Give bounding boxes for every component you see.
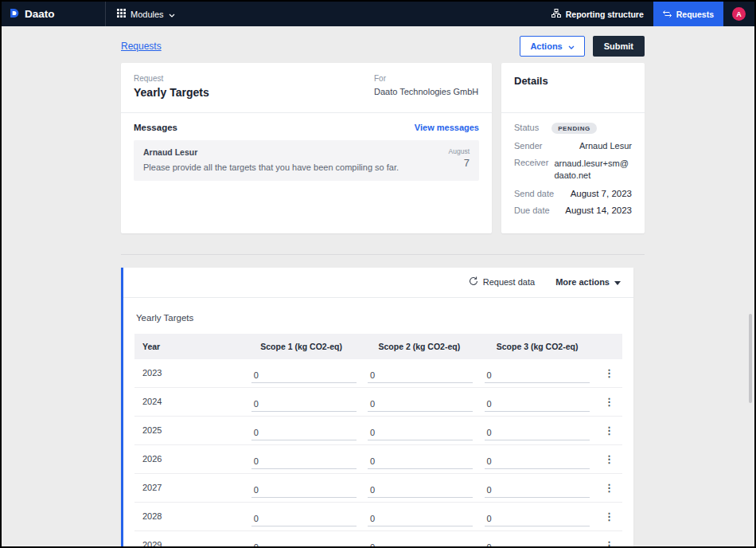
scope3-input[interactable]: 0 — [485, 541, 590, 546]
request-header: Request Yearly Targets For Daato Technol… — [121, 63, 492, 112]
scope3-input[interactable]: 0 — [485, 455, 590, 469]
caret-down-icon — [614, 277, 621, 287]
row-actions-cell: ⋮ — [601, 424, 622, 437]
scope3-input[interactable]: 0 — [485, 426, 590, 440]
submit-button[interactable]: Submit — [593, 36, 645, 57]
nav-item-reporting-structure[interactable]: Reporting structure — [542, 2, 653, 26]
scope1-cell: 0 — [251, 421, 368, 440]
details-row-due-date: Due date August 14, 2023 — [514, 206, 632, 215]
scope2-input[interactable]: 0 — [368, 426, 473, 440]
modules-label: Modules — [131, 10, 164, 19]
scope3-cell: 0 — [485, 392, 601, 412]
scope2-input[interactable]: 0 — [368, 455, 473, 469]
section-divider — [121, 254, 645, 255]
request-title: Yearly Targets — [134, 86, 374, 99]
daato-logo-icon — [10, 8, 20, 21]
actions-button[interactable]: Actions — [520, 36, 584, 57]
year-cell: 2023 — [134, 368, 251, 378]
row-menu-kebab-icon[interactable]: ⋮ — [601, 538, 618, 546]
view-messages-link[interactable]: View messages — [415, 123, 479, 132]
row-menu-kebab-icon[interactable]: ⋮ — [601, 395, 618, 409]
scope2-cell: 0 — [368, 363, 484, 383]
nav-item-requests[interactable]: Requests — [653, 2, 723, 26]
scope1-input[interactable]: 0 — [251, 397, 357, 412]
chevron-down-icon — [568, 41, 575, 51]
message-text: Please provide all the targets that you … — [143, 162, 399, 172]
scope1-input[interactable]: 0 — [251, 512, 357, 526]
for-value: Daato Technologies GmbH — [374, 87, 479, 96]
details-title: Details — [501, 63, 645, 112]
modules-menu[interactable]: Modules — [106, 2, 186, 26]
scope1-input[interactable]: 0 — [251, 426, 357, 440]
actions-button-label: Actions — [530, 41, 562, 51]
row-actions-cell: ⋮ — [601, 510, 622, 523]
table-row: 2028000⋮ — [134, 503, 622, 531]
messages-title: Messages — [134, 123, 177, 132]
scope3-cell: 0 — [485, 535, 601, 546]
scrollbar-thumb[interactable] — [749, 314, 752, 403]
avatar[interactable]: A — [732, 7, 746, 21]
main-content: Requests Actions Submit Req — [2, 26, 754, 546]
brand-name: Daato — [25, 8, 55, 20]
message-date-month: August — [449, 147, 470, 155]
messages-section: Messages View messages Arnaud Lesur Plea… — [121, 113, 492, 194]
row-actions-cell: ⋮ — [601, 481, 622, 495]
scope1-cell: 0 — [251, 478, 368, 498]
message-date: August 7 — [441, 147, 470, 172]
more-actions-label: More actions — [555, 277, 610, 287]
year-cell: 2026 — [134, 454, 251, 464]
row-menu-kebab-icon[interactable]: ⋮ — [601, 366, 618, 380]
row-menu-kebab-icon[interactable]: ⋮ — [601, 452, 618, 466]
breadcrumb[interactable]: Requests — [121, 41, 162, 52]
send-date-value: August 7, 2023 — [571, 189, 632, 198]
scope1-cell: 0 — [251, 363, 368, 383]
targets-table-body: 2023000⋮2024000⋮2025000⋮2026000⋮2027000⋮… — [134, 359, 622, 546]
scope1-cell: 0 — [251, 507, 368, 526]
table-header-row: Year Scope 1 (kg CO2-eq) Scope 2 (kg CO2… — [134, 334, 622, 359]
scope3-input[interactable]: 0 — [485, 483, 590, 498]
scope2-cell: 0 — [368, 478, 484, 498]
scope2-input[interactable]: 0 — [368, 483, 473, 498]
scope2-cell: 0 — [368, 421, 484, 440]
brand-logo[interactable]: Daato — [10, 8, 105, 21]
status-label: Status — [514, 123, 539, 132]
scope3-input[interactable]: 0 — [485, 512, 590, 526]
receiver-label: Receiver — [514, 158, 548, 167]
message-date-day: 7 — [449, 157, 470, 169]
more-actions-button[interactable]: More actions — [555, 277, 621, 287]
scope1-input[interactable]: 0 — [251, 483, 357, 498]
request-card: Request Yearly Targets For Daato Technol… — [121, 63, 492, 233]
details-row-send-date: Send date August 7, 2023 — [514, 189, 632, 198]
row-menu-kebab-icon[interactable]: ⋮ — [601, 424, 618, 437]
scope2-input[interactable]: 0 — [368, 512, 473, 526]
org-chart-icon — [551, 9, 561, 19]
scope2-input[interactable]: 0 — [368, 397, 473, 412]
scope3-cell: 0 — [485, 507, 601, 526]
toolbar-buttons: Actions Submit — [520, 36, 645, 57]
row-actions-cell: ⋮ — [601, 366, 622, 380]
data-card-toolbar: Request data More actions — [123, 268, 633, 298]
send-date-label: Send date — [514, 189, 554, 198]
scope2-cell: 0 — [368, 449, 484, 469]
top-navbar: Daato Modules Reporting structure — [2, 2, 754, 26]
sender-label: Sender — [514, 141, 542, 151]
scope3-input[interactable]: 0 — [485, 369, 590, 383]
nav-right-group: Reporting structure Requests A — [542, 2, 754, 26]
row-actions-cell: ⋮ — [601, 395, 622, 409]
row-menu-kebab-icon[interactable]: ⋮ — [601, 510, 618, 523]
request-label: Request — [134, 74, 374, 83]
scope1-cell: 0 — [251, 392, 368, 412]
scope2-cell: 0 — [368, 535, 484, 546]
scope1-input[interactable]: 0 — [251, 369, 357, 383]
scope1-cell: 0 — [251, 535, 368, 546]
scope3-cell: 0 — [485, 421, 601, 440]
scope2-input[interactable]: 0 — [368, 369, 473, 383]
request-data-button[interactable]: Request data — [469, 276, 535, 288]
scope2-input[interactable]: 0 — [368, 541, 473, 546]
row-menu-kebab-icon[interactable]: ⋮ — [601, 481, 618, 495]
scope2-cell: 0 — [368, 507, 484, 526]
scope3-input[interactable]: 0 — [485, 397, 590, 412]
details-card: Details Status PENDING Sender Arnaud Les… — [501, 63, 645, 233]
scope1-input[interactable]: 0 — [251, 541, 357, 546]
scope1-input[interactable]: 0 — [251, 455, 357, 469]
